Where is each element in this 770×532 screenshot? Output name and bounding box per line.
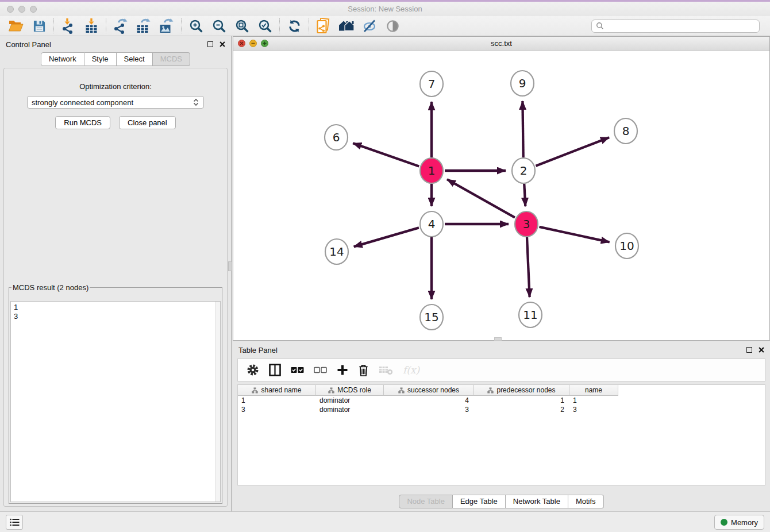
svg-text:14: 14 [329,245,344,259]
svg-text:4: 4 [428,217,436,231]
zoom-window-icon[interactable] [30,6,37,13]
close-table-panel-icon[interactable] [759,347,764,353]
graph-edge-3-1[interactable] [447,179,515,217]
export-network-icon[interactable] [109,17,132,35]
column-header-shared-name[interactable]: shared name [238,385,316,396]
table-cell[interactable]: 1 [569,396,618,405]
table-cell[interactable]: dominator [316,396,384,405]
zoom-out-icon[interactable] [207,17,230,35]
table-cell[interactable]: 3 [384,405,474,414]
graph-edge-2-3[interactable] [524,184,525,206]
table-cell[interactable]: 3 [238,405,316,414]
graph-node-11[interactable]: 11 [519,302,542,327]
graph-edge-2-8[interactable] [536,137,609,165]
memory-button[interactable]: Memory [714,515,764,530]
node-table[interactable]: shared nameMCDS rolesuccessor nodesprede… [237,384,765,485]
network-from-file-icon[interactable] [312,17,335,35]
settings-gear-icon[interactable] [247,364,259,376]
table-panel: Table Panel f(x) shared n [233,342,770,511]
close-window-icon[interactable] [7,6,14,13]
network-window-titlebar[interactable]: scc.txt [233,37,769,51]
fit-content-icon[interactable] [230,17,253,35]
save-session-icon[interactable] [28,17,51,35]
control-panel-tabs: NetworkStyleSelectMCDS [0,52,231,66]
control-panel-title: Control Panel [6,40,51,49]
import-network-icon[interactable] [57,17,80,35]
show-all-networks-icon[interactable] [335,17,358,35]
search-input[interactable] [607,22,759,30]
table-row[interactable]: 1dominator411 [238,396,765,405]
column-header-successor-nodes[interactable]: successor nodes [384,385,474,396]
browse-columns-icon[interactable] [269,364,281,376]
graph-node-2[interactable]: 2 [512,158,535,183]
tab-node-table[interactable]: Node Table [399,495,453,508]
tab-network[interactable]: Network [41,52,84,66]
table-cell[interactable]: 1 [238,396,316,405]
run-mcds-button[interactable]: Run MCDS [55,116,110,129]
float-table-panel-icon[interactable] [746,347,752,353]
result-scrollbar[interactable] [215,302,220,502]
table-cell[interactable]: 2 [474,405,569,414]
graph-node-1[interactable]: 1 [420,158,443,183]
minimize-window-icon[interactable] [18,6,25,13]
mcds-result-area[interactable]: 1 3 [10,301,221,502]
svg-text:1: 1 [428,164,436,178]
table-cell[interactable]: 4 [384,396,474,405]
graph-node-6[interactable]: 6 [325,125,348,150]
export-table-icon[interactable] [132,17,155,35]
tab-network-table[interactable]: Network Table [506,495,568,508]
select-all-icon[interactable] [291,367,304,373]
graph-edge-1-6[interactable] [353,143,419,166]
search-input-box[interactable] [591,20,760,33]
graph-node-3[interactable]: 3 [515,211,538,237]
graph-node-15[interactable]: 15 [420,304,443,330]
tab-motifs[interactable]: Motifs [568,495,604,508]
criterion-dropdown[interactable]: strongly connected component [27,96,204,109]
column-header-name[interactable]: name [569,385,618,396]
table-cell[interactable]: 3 [569,405,618,414]
graph-node-8[interactable]: 8 [614,118,637,144]
zoom-selected-icon[interactable] [253,17,276,35]
graph-edge-4-14[interactable] [354,228,419,246]
graph-edge-3-11[interactable] [527,237,530,297]
graph-node-4[interactable]: 4 [420,211,443,237]
column-type-icon [328,387,334,394]
close-network-icon[interactable] [238,40,245,47]
column-header-MCDS-role[interactable]: MCDS role [316,385,384,396]
tab-style[interactable]: Style [84,52,117,66]
birds-eye-view-icon[interactable] [381,17,404,35]
table-cell[interactable]: dominator [316,405,384,414]
export-image-icon[interactable] [155,17,178,35]
graph-node-10[interactable]: 10 [615,233,638,259]
graph-node-14[interactable]: 14 [325,239,348,264]
network-canvas[interactable]: 7968124314101511 [233,51,769,340]
graphics-details-icon[interactable] [358,17,381,35]
refresh-view-icon[interactable] [283,17,306,35]
task-history-button[interactable] [6,515,23,530]
float-panel-icon[interactable] [207,41,213,47]
import-table-icon[interactable] [80,17,103,35]
graph-edge-3-10[interactable] [539,227,609,242]
graph-edge-2-9[interactable] [522,101,523,157]
column-header-predecessor-nodes[interactable]: predecessor nodes [474,385,569,396]
minimize-network-icon[interactable] [249,40,257,47]
open-file-icon[interactable] [5,17,28,35]
tab-select[interactable]: Select [117,52,153,66]
criterion-dropdown-value: strongly connected component [32,98,133,107]
tab-edge-table[interactable]: Edge Table [453,495,506,508]
graph-node-7[interactable]: 7 [420,71,443,97]
add-column-icon[interactable] [337,364,348,376]
deselect-all-icon[interactable] [314,367,327,373]
graph-node-9[interactable]: 9 [511,71,534,96]
table-cell[interactable]: 1 [474,396,569,405]
close-panel-icon[interactable] [220,41,225,47]
splitter-handle-horizontal[interactable] [494,337,502,341]
maximize-network-icon[interactable] [261,40,268,47]
delete-column-icon[interactable] [358,364,369,377]
zoom-in-icon[interactable] [184,17,207,35]
mcds-tab-panel: Optimization criterion: strongly connect… [3,68,228,507]
tab-mcds[interactable]: MCDS [153,52,190,66]
splitter-handle-vertical[interactable] [228,261,232,271]
table-row[interactable]: 3dominator323 [238,405,765,414]
close-panel-button[interactable]: Close panel [119,116,176,129]
